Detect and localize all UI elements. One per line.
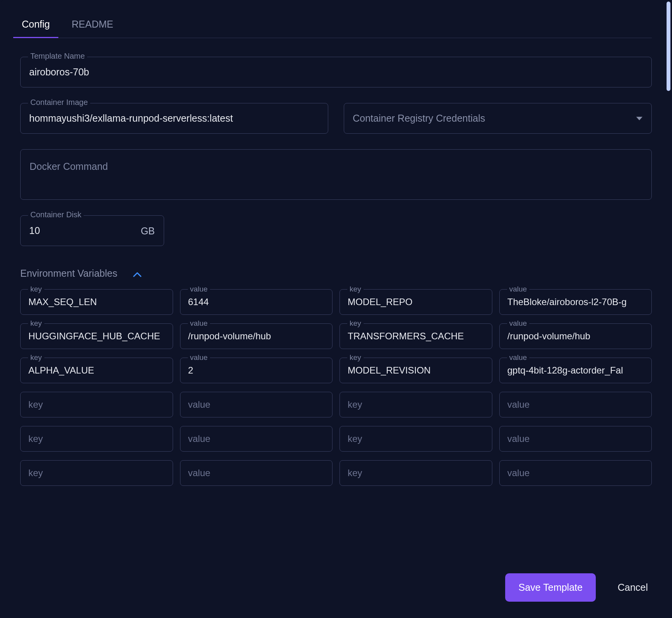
env-key-cell <box>340 460 492 486</box>
tab-config[interactable]: Config <box>20 12 51 38</box>
env-key-input[interactable] <box>20 426 173 452</box>
chevron-up-icon[interactable] <box>133 269 142 279</box>
docker-command-input[interactable] <box>20 149 652 200</box>
env-value-input[interactable] <box>180 426 333 452</box>
env-value-cell: value <box>499 323 652 349</box>
env-value-cell <box>499 426 652 452</box>
env-key-input[interactable] <box>340 392 492 417</box>
env-value-cell: value <box>180 358 333 383</box>
env-vars-grid: keyvaluekeyvaluekeyvaluekeyvaluekeyvalue… <box>20 289 652 486</box>
env-key-label: key <box>347 319 364 328</box>
env-value-label: value <box>188 319 210 328</box>
env-key-cell: key <box>20 358 173 383</box>
env-vars-title: Environment Variables <box>20 268 117 279</box>
env-key-input[interactable] <box>340 460 492 486</box>
env-key-cell <box>20 426 173 452</box>
modal-footer: Save Template Cancel <box>505 573 652 602</box>
env-value-input[interactable] <box>499 392 652 417</box>
env-key-input[interactable] <box>340 426 492 452</box>
env-value-label: value <box>507 285 529 293</box>
template-name-input[interactable] <box>20 57 652 87</box>
env-key-label: key <box>347 285 364 293</box>
container-image-input[interactable] <box>20 103 328 134</box>
container-disk-group: Container Disk GB <box>20 215 164 246</box>
env-key-cell <box>20 392 173 417</box>
env-value-cell <box>180 426 333 452</box>
env-vars-header: Environment Variables <box>20 268 652 279</box>
env-key-cell <box>340 392 492 417</box>
env-key-cell: key <box>20 289 173 315</box>
env-value-input[interactable] <box>499 460 652 486</box>
save-template-button[interactable]: Save Template <box>505 573 596 602</box>
template-name-label: Template Name <box>28 52 87 61</box>
env-value-cell <box>499 392 652 417</box>
registry-creds-group: Container Registry Credentials <box>344 103 652 134</box>
tab-bar: Config README <box>20 12 652 38</box>
env-value-label: value <box>188 353 210 362</box>
env-value-label: value <box>507 319 529 328</box>
env-value-cell: value <box>499 289 652 315</box>
env-key-label: key <box>28 319 44 328</box>
disk-unit-label: GB <box>141 225 155 236</box>
env-value-input[interactable] <box>499 426 652 452</box>
env-key-label: key <box>28 353 44 362</box>
cancel-button[interactable]: Cancel <box>614 573 652 602</box>
env-key-cell: key <box>340 289 492 315</box>
env-value-input[interactable] <box>180 460 333 486</box>
registry-creds-select[interactable]: Container Registry Credentials <box>344 103 652 134</box>
docker-command-group: Docker Command <box>20 149 652 201</box>
env-key-input[interactable] <box>20 392 173 417</box>
env-value-cell: value <box>499 358 652 383</box>
container-image-label: Container Image <box>28 98 90 107</box>
env-value-input[interactable] <box>180 392 333 417</box>
env-key-label: key <box>28 285 44 293</box>
template-name-group: Template Name <box>20 57 652 87</box>
env-key-cell <box>20 460 173 486</box>
env-value-cell: value <box>180 323 333 349</box>
container-image-group: Container Image <box>20 103 328 134</box>
env-value-cell <box>180 392 333 417</box>
env-value-cell <box>499 460 652 486</box>
env-key-cell: key <box>340 358 492 383</box>
env-value-label: value <box>188 285 210 293</box>
env-key-input[interactable] <box>20 460 173 486</box>
env-value-cell <box>180 460 333 486</box>
env-key-cell <box>340 426 492 452</box>
env-key-cell: key <box>340 323 492 349</box>
env-value-cell: value <box>180 289 333 315</box>
template-config-modal: Config README Template Name Container Im… <box>0 0 672 618</box>
container-disk-label: Container Disk <box>28 210 84 219</box>
env-key-cell: key <box>20 323 173 349</box>
tab-readme[interactable]: README <box>70 12 115 38</box>
env-value-label: value <box>507 353 529 362</box>
env-key-label: key <box>347 353 364 362</box>
